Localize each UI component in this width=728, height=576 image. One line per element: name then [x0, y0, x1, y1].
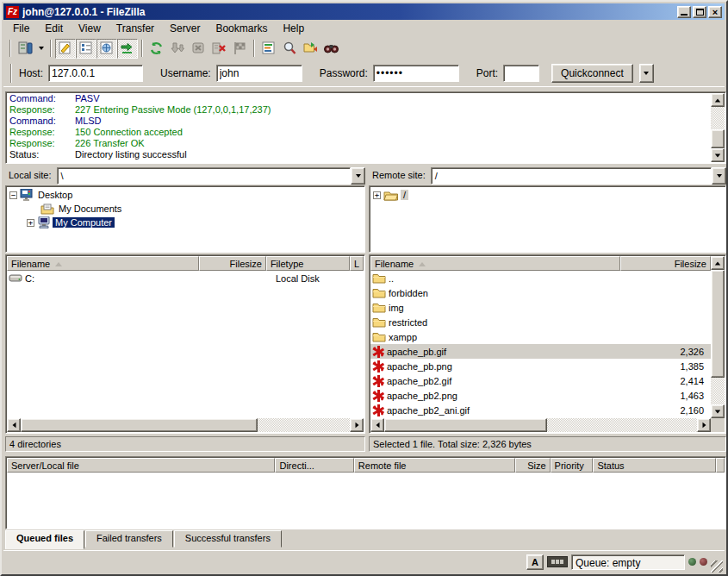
activity-led-red-icon — [700, 558, 707, 566]
toggle-message-log-button[interactable] — [55, 39, 76, 59]
cancel-button[interactable] — [188, 39, 208, 59]
scroll-left-button[interactable] — [7, 418, 21, 432]
close-button[interactable]: × — [708, 6, 722, 18]
filter-button[interactable] — [258, 39, 279, 59]
scroll-right-button[interactable] — [350, 418, 364, 432]
column-header-filesize[interactable]: Filesize — [620, 256, 711, 271]
scroll-left-button[interactable] — [370, 418, 384, 432]
queue-column-direction[interactable]: Directi... — [275, 458, 353, 473]
port-input[interactable] — [503, 65, 539, 82]
menu-help[interactable]: Help — [275, 21, 312, 36]
menu-bookmarks[interactable]: Bookmarks — [208, 21, 275, 36]
scroll-down-button[interactable] — [711, 404, 725, 418]
file-row[interactable]: apache_pb2.gif 2,414 — [370, 373, 711, 388]
menu-view[interactable]: View — [71, 21, 109, 36]
menu-edit[interactable]: Edit — [37, 21, 71, 36]
file-row[interactable]: apache_pb2_ani.gif 2,160 — [370, 403, 711, 417]
scrollbar-thumb[interactable] — [384, 418, 547, 432]
remote-horizontal-scrollbar[interactable] — [370, 418, 711, 432]
resize-grip[interactable] — [711, 560, 723, 573]
password-label: Password: — [320, 67, 368, 79]
directory-comparison-button[interactable] — [279, 39, 300, 59]
local-site-dropdown[interactable] — [351, 167, 365, 185]
title-bar[interactable]: Fz john@127.0.0.1 - FileZilla × — [3, 3, 725, 20]
documents-folder-icon — [40, 203, 54, 215]
process-queue-button[interactable] — [167, 39, 188, 59]
menu-file[interactable]: File — [5, 21, 37, 36]
expand-icon[interactable]: + — [27, 219, 34, 227]
folder-row[interactable]: .. — [370, 271, 711, 285]
column-header-filetype[interactable]: Filetype — [266, 256, 350, 271]
transfer-type-icon[interactable]: A — [526, 554, 544, 570]
toolbar-separator — [50, 40, 52, 57]
folder-row[interactable]: restricted — [370, 315, 711, 329]
scrollbar-thumb[interactable] — [21, 418, 258, 432]
menu-server[interactable]: Server — [162, 21, 208, 36]
queue-column-size[interactable]: Size — [515, 458, 551, 473]
file-row[interactable]: apache_pb.png 1,385 — [370, 359, 711, 373]
file-row-c-drive[interactable]: C: Local Disk — [7, 271, 364, 285]
local-site-label: Local site: — [5, 167, 57, 185]
menu-transfer[interactable]: Transfer — [109, 21, 162, 36]
file-row-selected[interactable]: apache_pb.gif 2,326 — [370, 344, 711, 359]
column-header-filename[interactable]: Filename — [370, 256, 620, 271]
find-files-button[interactable] — [320, 39, 341, 59]
maximize-button[interactable] — [693, 6, 706, 18]
image-file-icon — [372, 404, 384, 416]
file-size: 1,463 — [620, 391, 711, 401]
file-size: 1,385 — [620, 361, 711, 372]
queue-column-status[interactable]: Status — [593, 458, 716, 473]
site-manager-dropdown[interactable] — [35, 39, 47, 59]
scroll-right-button[interactable] — [697, 418, 711, 432]
queue-column-remote-file[interactable]: Remote file — [354, 458, 515, 473]
collapse-icon[interactable]: − — [9, 191, 17, 199]
tree-item-my-computer[interactable]: + My Computer — [6, 216, 364, 229]
queue-column-priority[interactable]: Priority — [551, 458, 594, 473]
tree-item-desktop[interactable]: − Desktop — [6, 188, 364, 202]
scroll-up-button[interactable] — [711, 93, 725, 107]
folder-row[interactable]: img — [370, 300, 711, 315]
minimize-button[interactable] — [677, 6, 691, 18]
expand-icon[interactable]: + — [373, 191, 381, 199]
synchronized-browsing-button[interactable] — [300, 39, 320, 59]
reconnect-button[interactable] — [229, 39, 250, 59]
local-file-list: Filename Filesize Filetype L C: Local Di… — [5, 254, 365, 434]
log-vertical-scrollbar[interactable] — [711, 93, 725, 162]
toggle-remote-treeview-button[interactable] — [96, 39, 117, 59]
status-bar: A Queue: empty — [3, 550, 725, 573]
process-queue-icon — [170, 41, 185, 56]
file-row[interactable]: apache_pb2.png 1,463 — [370, 388, 711, 403]
quickconnect-dropdown[interactable] — [639, 64, 654, 83]
folder-row[interactable]: xampp — [370, 329, 711, 344]
column-header-filename[interactable]: Filename — [7, 256, 199, 271]
scroll-up-button[interactable] — [711, 256, 725, 270]
tree-item-root[interactable]: + / — [370, 188, 725, 202]
site-manager-button[interactable] — [15, 39, 35, 59]
local-horizontal-scrollbar[interactable] — [7, 418, 364, 432]
remote-vertical-scrollbar[interactable] — [711, 256, 725, 418]
scroll-down-button[interactable] — [711, 148, 725, 162]
speed-limit-icon[interactable] — [547, 556, 568, 567]
folder-row[interactable]: forbidden — [370, 285, 711, 300]
toggle-local-treeview-button[interactable] — [76, 39, 96, 59]
tab-successful-transfers[interactable]: Successful transfers — [174, 530, 282, 548]
column-header-lastmodified[interactable]: L — [350, 256, 364, 271]
scrollbar-thumb[interactable] — [711, 270, 725, 378]
tree-item-my-documents[interactable]: My Documents — [6, 202, 364, 216]
scrollbar-thumb[interactable] — [711, 129, 725, 148]
local-site-combo[interactable]: \ — [57, 167, 351, 185]
password-input[interactable] — [373, 65, 459, 82]
username-input[interactable] — [216, 65, 302, 82]
tab-failed-transfers[interactable]: Failed transfers — [85, 530, 173, 548]
remote-site-combo[interactable]: / — [431, 167, 712, 185]
refresh-button[interactable] — [146, 39, 167, 59]
column-header-filesize[interactable]: Filesize — [199, 256, 266, 271]
toggle-queueview-button[interactable] — [117, 39, 138, 59]
remote-status-text: Selected 1 file. Total size: 2,326 bytes — [369, 436, 726, 452]
tab-queued-files[interactable]: Queued files — [5, 530, 84, 549]
queue-column-server-local-file[interactable]: Server/Local file — [7, 458, 275, 473]
remote-site-dropdown[interactable] — [712, 167, 726, 185]
disconnect-button[interactable] — [208, 39, 229, 59]
quickconnect-button[interactable]: Quickconnect — [551, 64, 633, 83]
host-input[interactable] — [48, 65, 143, 82]
